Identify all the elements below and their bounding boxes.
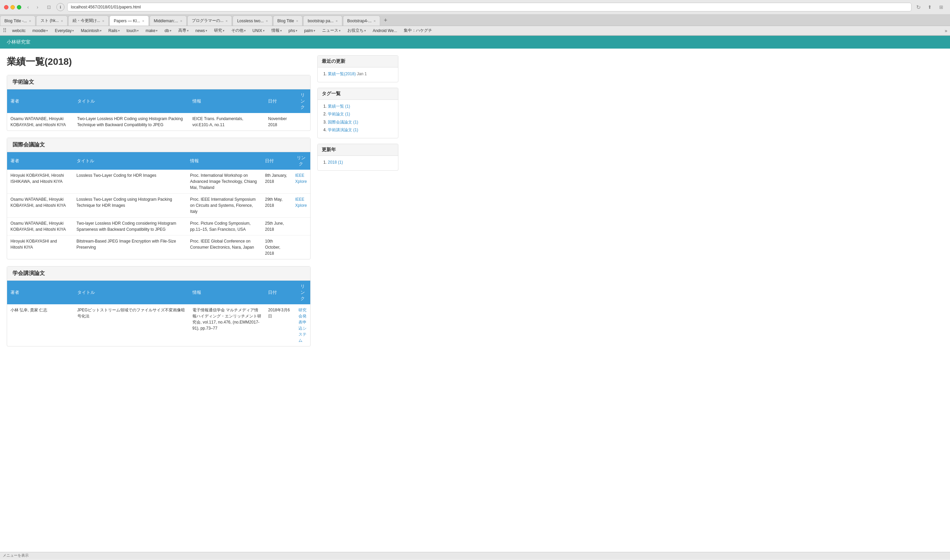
bookmark-kakeguchi[interactable]: 集中：ハケグチ — [401, 27, 435, 34]
tab-label: Bootstrap4-... — [347, 18, 372, 23]
academic-th-date: 日付 — [265, 89, 295, 113]
bookmark-android[interactable]: Android We... — [370, 28, 400, 34]
academic-date-0: November 2018 — [265, 113, 295, 131]
dom-th-link: リンク — [295, 281, 310, 304]
tab-close-9[interactable]: × — [374, 19, 376, 23]
content-area: 業績一覧(2018) 学術論文 著者 タイトル 情報 日付 リンク — [7, 55, 311, 353]
academic-th-author: 著者 — [7, 89, 74, 113]
dom-th-author: 著者 — [7, 281, 74, 304]
xplore-link-1[interactable]: Xplore — [295, 203, 307, 208]
bookmark-macintosh[interactable]: Macintosh ▾ — [78, 28, 104, 34]
tag-link-3[interactable]: 学術講演論文 (1) — [328, 128, 358, 132]
tab-5[interactable]: プログラマーの... × — [187, 15, 232, 26]
bookmark-palm[interactable]: palm ▾ — [301, 28, 318, 34]
tag-link-2[interactable]: 国際会議論文 (1) — [328, 120, 358, 125]
status-left: メニューを表示 — [3, 553, 29, 558]
intl-title-0: Lossless Two-Layer Coding for HDR Images — [73, 170, 187, 194]
bookmark-news[interactable]: news ▾ — [193, 28, 210, 34]
site-header: 小林研究室 — [0, 36, 950, 49]
academic-th-info: 情報 — [189, 89, 265, 113]
table-row: 小林 弘幸, 貴家 仁志 JPEGビットストリーム領域でのファイルサイズ不変画像… — [7, 304, 310, 346]
tab-0[interactable]: Blog Title -... × — [0, 15, 35, 26]
bookmark-unix[interactable]: UNIX ▾ — [250, 28, 267, 34]
tab-2[interactable]: 続・今更聞け... × — [68, 15, 109, 26]
tab-6[interactable]: Lossless two... × — [233, 15, 272, 26]
forward-button[interactable]: › — [34, 3, 42, 11]
intl-title-2: Two-layer Lossless HDR Coding considerin… — [73, 218, 187, 235]
ieee-link-0[interactable]: IEEE — [295, 173, 304, 178]
sidebar-tags-list: 業績一覧 (1) 学術論文 (1) 国際会議論文 (1) 学術講演論文 (1) — [322, 103, 394, 133]
bookmark-joho[interactable]: 情報 ▾ — [269, 27, 285, 34]
url-text: localhost:4567/2018/01/01/papers.html — [71, 5, 141, 9]
share-button[interactable]: ⬆ — [925, 3, 935, 11]
maximize-button[interactable] — [17, 5, 21, 9]
tabs-bar: Blog Title -... × スト (hk... × 続・今更聞け... … — [0, 14, 950, 26]
dom-th-title: タイトル — [74, 281, 189, 304]
site-header-title: 小林研究室 — [7, 39, 30, 45]
sidebar-toggle-button[interactable]: ⊡ — [44, 3, 54, 11]
tag-link-1[interactable]: 学術論文 (1) — [328, 112, 350, 116]
new-tab-add-button[interactable]: + — [381, 15, 390, 25]
recent-link-0[interactable]: 業績一覧(2018) — [328, 72, 356, 76]
tab-label: Blog Title — [278, 18, 294, 23]
tab-1[interactable]: スト (hk... × — [36, 15, 67, 26]
bookmarks-more-icon[interactable]: » — [945, 28, 947, 34]
bookmark-rails[interactable]: Rails ▾ — [106, 28, 123, 34]
bookmark-touch[interactable]: touch ▾ — [124, 28, 142, 34]
international-section-header: 国際会議論文 — [7, 138, 310, 152]
bookmark-make[interactable]: make ▾ — [143, 28, 160, 34]
year-link-0[interactable]: 2018 (1) — [328, 160, 343, 165]
bookmark-phs[interactable]: phs ▾ — [286, 28, 300, 34]
international-table: 著者 タイトル 情報 日付 リンク Hiroyuki KOBAYASHI, Hi… — [7, 152, 310, 259]
intl-author-0: Hiroyuki KOBAYASHI, Hiroshi ISHIKAWA, an… — [7, 170, 73, 194]
bookmark-news2[interactable]: ニュース ▾ — [319, 27, 343, 34]
close-button[interactable] — [4, 5, 8, 9]
tab-label: bootstrap pa... — [308, 18, 333, 23]
tab-3[interactable]: Papers — KI... × — [109, 15, 148, 26]
back-button[interactable]: ‹ — [24, 3, 32, 11]
tab-close-8[interactable]: × — [336, 19, 338, 23]
tab-close-5[interactable]: × — [225, 19, 228, 23]
bookmark-webcitc[interactable]: webcitc — [9, 28, 28, 34]
intl-info-3: Proc. IEEE Global Conference on Consumer… — [187, 235, 262, 259]
tab-label: プログラマーの... — [192, 18, 224, 24]
tab-9[interactable]: Bootstrap4-... × — [343, 15, 380, 26]
bookmark-everyday[interactable]: Everyday ▾ — [52, 28, 77, 34]
tab-close-1[interactable]: × — [61, 19, 63, 23]
tab-close-2[interactable]: × — [102, 19, 104, 23]
dom-link-text-0[interactable]: 研究会発表申込システム — [298, 308, 307, 343]
sidebar-years-title: 更新年 — [318, 144, 398, 156]
tab-close-6[interactable]: × — [266, 19, 268, 23]
tab-4[interactable]: Middleman:... × — [150, 15, 187, 26]
sidebar-tags-box: タグ一覧 業績一覧 (1) 学術論文 (1) 国際会議論文 (1) — [317, 88, 398, 138]
minimize-button[interactable] — [11, 5, 15, 9]
grid-icon[interactable]: ⠿ — [3, 27, 7, 34]
bookmark-kosen[interactable]: 高専 ▾ — [176, 27, 191, 34]
tab-8[interactable]: bootstrap pa... × — [303, 15, 342, 26]
list-item: 業績一覧(2018) Jan 1 — [328, 71, 394, 77]
dom-th-info: 情報 — [189, 281, 265, 304]
bookmark-kenkyu[interactable]: 研究 ▾ — [211, 27, 227, 34]
bookmark-sonota[interactable]: その他 ▾ — [228, 27, 248, 34]
tab-close-4[interactable]: × — [180, 19, 182, 23]
sidebar: 最近の更新 業績一覧(2018) Jan 1 タグ一覧 — [317, 55, 398, 353]
bookmark-db[interactable]: db ▾ — [162, 28, 174, 34]
intl-link-1: IEEE Xplore — [292, 194, 310, 218]
reload-button[interactable]: ↻ — [914, 3, 922, 11]
tab-close-0[interactable]: × — [29, 19, 31, 23]
bookmark-moodle[interactable]: moodle ▾ — [30, 28, 51, 34]
xplore-link-0[interactable]: Xplore — [295, 179, 307, 184]
page-info-button[interactable]: ℹ — [56, 3, 65, 11]
traffic-lights[interactable] — [4, 5, 21, 9]
academic-th-link: リンク — [295, 89, 310, 113]
bookmark-oyakudachi[interactable]: お役立ち ▾ — [345, 27, 369, 34]
tab-7[interactable]: Blog Title × — [273, 15, 303, 26]
tab-close-7[interactable]: × — [296, 19, 298, 23]
ieee-link-1[interactable]: IEEE — [295, 197, 304, 202]
tab-close-3[interactable]: × — [142, 19, 144, 23]
domestic-section: 学会講演論文 著者 タイトル 情報 日付 リンク 小林 弘幸, 貴家 — [7, 266, 311, 346]
url-bar[interactable]: localhost:4567/2018/01/01/papers.html — [67, 3, 911, 11]
new-tab-button[interactable]: ⊞ — [936, 3, 946, 11]
tag-link-0[interactable]: 業績一覧 (1) — [328, 104, 350, 109]
academic-section-header: 学術論文 — [7, 75, 310, 89]
